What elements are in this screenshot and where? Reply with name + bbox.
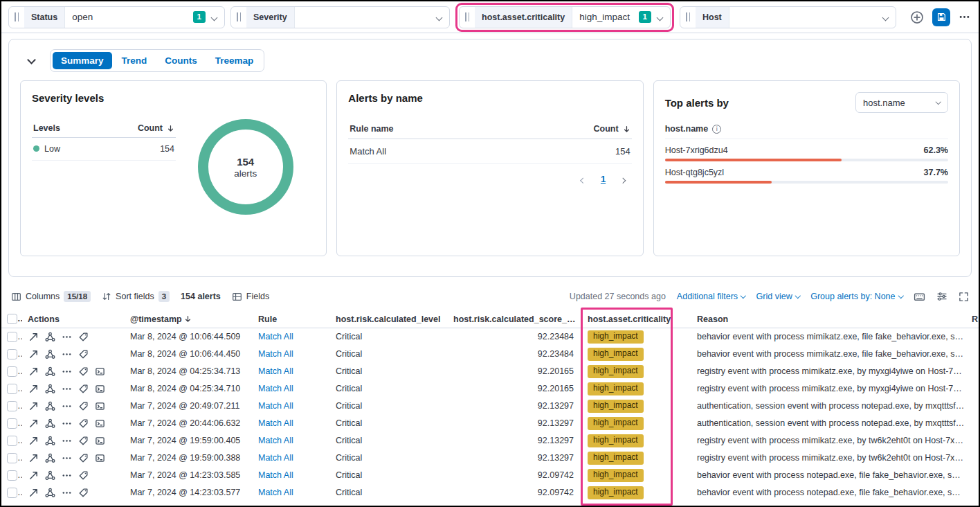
fullscreen-icon[interactable] [959, 292, 969, 302]
chevron-down-icon[interactable] [437, 12, 442, 22]
columns-button[interactable]: Columns 15/18 [11, 291, 91, 302]
row-checkbox[interactable] [7, 453, 17, 463]
risk-score-column-header[interactable]: host.risk.calculated_score_no... [448, 310, 582, 328]
keyboard-shortcuts-icon[interactable] [914, 291, 925, 303]
expand-alert-icon[interactable] [28, 400, 39, 411]
row-checkbox[interactable] [7, 401, 17, 411]
risk-level-column-header[interactable]: host.risk.calculated_level [330, 310, 448, 328]
timeline-icon[interactable] [78, 366, 89, 377]
more-actions-icon[interactable] [61, 400, 72, 411]
rule-link[interactable]: Match All [258, 349, 293, 359]
analyze-event-icon[interactable] [44, 331, 55, 342]
filter-host[interactable]: Host [680, 6, 896, 28]
expand-alert-icon[interactable] [28, 348, 39, 359]
collapse-chevron-icon[interactable] [26, 56, 37, 66]
timeline-icon[interactable] [78, 400, 89, 411]
count-column-header[interactable]: Count [594, 124, 619, 134]
filter-severity[interactable]: Severity [230, 6, 450, 28]
drag-handle-icon[interactable] [9, 12, 24, 21]
fields-button[interactable]: Fields [232, 292, 269, 302]
analyze-event-icon[interactable] [44, 366, 55, 377]
row-checkbox[interactable] [7, 332, 17, 342]
row-checkbox[interactable] [7, 470, 17, 481]
save-button[interactable] [932, 8, 950, 26]
previous-page-icon[interactable] [581, 174, 586, 184]
session-view-icon[interactable] [94, 452, 105, 463]
sort-fields-button[interactable]: Sort fields 3 [102, 291, 170, 302]
tab-summary[interactable]: Summary [53, 52, 112, 69]
analyze-event-icon[interactable] [44, 418, 55, 429]
reason-column-header[interactable]: Reason [691, 310, 970, 328]
drag-handle-icon[interactable] [460, 12, 475, 21]
add-filter-icon[interactable] [910, 10, 924, 24]
tab-trend[interactable]: Trend [114, 52, 156, 69]
rule-link[interactable]: Match All [258, 470, 293, 480]
timeline-icon[interactable] [78, 452, 89, 463]
session-view-icon[interactable] [94, 383, 105, 394]
rule-link[interactable]: Match All [258, 488, 293, 497]
tab-treemap[interactable]: Treemap [207, 52, 262, 69]
analyze-event-icon[interactable] [44, 383, 55, 394]
additional-filters-button[interactable]: Additional filters [677, 292, 745, 301]
rule-link[interactable]: Match All [258, 384, 293, 393]
display-options-icon[interactable] [936, 291, 947, 302]
timeline-icon[interactable] [78, 418, 89, 429]
count-column-header[interactable]: Count [138, 123, 163, 133]
next-page-icon[interactable] [621, 174, 625, 184]
select-all-checkbox[interactable] [7, 314, 17, 324]
info-icon[interactable] [712, 125, 721, 134]
filter-host-asset-criticality[interactable]: host.asset.criticality high_impact 1 [459, 6, 671, 28]
timeline-icon[interactable] [78, 348, 89, 359]
expand-alert-icon[interactable] [28, 383, 39, 394]
chevron-down-icon[interactable] [212, 12, 217, 22]
more-actions-icon[interactable] [61, 470, 72, 481]
row-checkbox[interactable] [7, 436, 17, 446]
expand-alert-icon[interactable] [28, 435, 39, 446]
session-view-icon[interactable] [94, 400, 105, 411]
rule-link[interactable]: Match All [258, 436, 293, 445]
row-checkbox[interactable] [7, 384, 17, 394]
criticality-column-header[interactable]: host.asset.criticality [582, 310, 691, 328]
expand-alert-icon[interactable] [28, 452, 39, 463]
rule-link[interactable]: Match All [258, 366, 293, 376]
more-actions-icon[interactable] [61, 487, 72, 498]
timeline-icon[interactable] [78, 470, 89, 481]
timeline-icon[interactable] [78, 435, 89, 446]
rule-link[interactable]: Match All [258, 401, 293, 411]
expand-alert-icon[interactable] [28, 418, 39, 429]
filter-status[interactable]: Status open 1 [8, 6, 225, 28]
analyze-event-icon[interactable] [44, 348, 55, 359]
session-view-icon[interactable] [94, 418, 105, 429]
analyze-event-icon[interactable] [44, 400, 55, 411]
top-alerts-field-select[interactable]: host.name [855, 92, 948, 113]
timestamp-column-header[interactable]: @timestamp [125, 310, 253, 328]
session-view-icon[interactable] [94, 435, 105, 446]
tab-counts[interactable]: Counts [156, 52, 206, 69]
more-actions-icon[interactable] [61, 383, 72, 394]
drag-handle-icon[interactable] [231, 12, 246, 21]
rule-link[interactable]: Match All [258, 332, 293, 341]
rule-link[interactable]: Match All [258, 418, 293, 428]
row-checkbox[interactable] [7, 349, 17, 359]
more-actions-icon[interactable] [61, 366, 72, 377]
row-checkbox[interactable] [7, 366, 17, 377]
more-menu-icon[interactable] [959, 11, 970, 23]
more-actions-icon[interactable] [61, 348, 72, 359]
chevron-down-icon[interactable] [883, 12, 888, 22]
timeline-icon[interactable] [78, 331, 89, 342]
rule-column-header[interactable]: Rule [253, 310, 330, 328]
analyze-event-icon[interactable] [44, 487, 55, 498]
analyze-event-icon[interactable] [44, 452, 55, 463]
session-view-icon[interactable] [94, 366, 105, 377]
more-actions-icon[interactable] [61, 331, 72, 342]
expand-alert-icon[interactable] [28, 366, 39, 377]
page-number[interactable]: 1 [601, 174, 606, 184]
chevron-down-icon[interactable] [657, 12, 662, 22]
drag-handle-icon[interactable] [680, 12, 696, 21]
expand-alert-icon[interactable] [28, 487, 39, 498]
expand-alert-icon[interactable] [28, 470, 39, 481]
analyze-event-icon[interactable] [44, 435, 55, 446]
row-checkbox[interactable] [7, 488, 17, 498]
row-checkbox[interactable] [7, 418, 17, 429]
rule-link[interactable]: Match All [258, 453, 293, 463]
